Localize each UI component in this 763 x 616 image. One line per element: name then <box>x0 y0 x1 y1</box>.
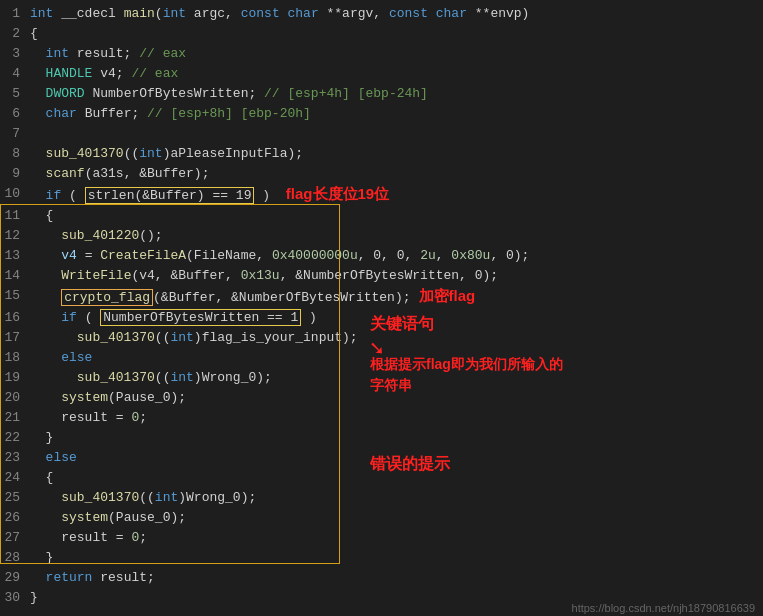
line-content: { <box>30 24 763 44</box>
code-view: 1int __cdecl main(int argc, const char *… <box>0 0 763 616</box>
code-line: 26 system(Pause_0); <box>0 508 763 528</box>
annotation-key-sentence: 关键语句 <box>370 314 434 335</box>
line-content: result = 0; <box>30 528 763 548</box>
code-line: 7 <box>0 124 763 144</box>
code-line: 2{ <box>0 24 763 44</box>
code-line: 3 int result; // eax <box>0 44 763 64</box>
line-content: crypto_flag(&Buffer, &NumberOfBytesWritt… <box>30 286 763 308</box>
line-number: 30 <box>0 588 30 608</box>
code-line: 14 WriteFile(v4, &Buffer, 0x13u, &Number… <box>0 266 763 286</box>
line-content: { <box>30 206 763 226</box>
line-number: 19 <box>0 368 30 388</box>
line-content: char Buffer; // [esp+8h] [ebp-20h] <box>30 104 763 124</box>
line-number: 26 <box>0 508 30 528</box>
line-number: 10 <box>0 184 30 204</box>
code-line: 15 crypto_flag(&Buffer, &NumberOfBytesWr… <box>0 286 763 308</box>
line-content: result = 0; <box>30 408 763 428</box>
line-content: return result; <box>30 568 763 588</box>
line-content: system(Pause_0); <box>30 508 763 528</box>
code-line: 10 if ( strlen(&Buffer) == 19 ) flag长度位1… <box>0 184 763 206</box>
line-number: 6 <box>0 104 30 124</box>
line-number: 5 <box>0 84 30 104</box>
line-number: 17 <box>0 328 30 348</box>
line-content: int __cdecl main(int argc, const char **… <box>30 4 763 24</box>
line-content: HANDLE v4; // eax <box>30 64 763 84</box>
code-line: 4 HANDLE v4; // eax <box>0 64 763 84</box>
line-number: 1 <box>0 4 30 24</box>
line-content: sub_401370((int)aPleaseInputFla); <box>30 144 763 164</box>
line-content: if ( strlen(&Buffer) == 19 ) flag长度位19位 <box>30 184 763 206</box>
code-line: 25 sub_401370((int)Wrong_0); <box>0 488 763 508</box>
line-number: 2 <box>0 24 30 44</box>
code-line: 11 { <box>0 206 763 226</box>
watermark: https://blog.csdn.net/njh18790816639 <box>572 602 755 614</box>
code-line: 6 char Buffer; // [esp+8h] [ebp-20h] <box>0 104 763 124</box>
code-line: 8 sub_401370((int)aPleaseInputFla); <box>0 144 763 164</box>
line-number: 9 <box>0 164 30 184</box>
code-line: 22 } <box>0 428 763 448</box>
line-number: 23 <box>0 448 30 468</box>
line-number: 15 <box>0 286 30 306</box>
line-number: 27 <box>0 528 30 548</box>
line-content: sub_401370((int)Wrong_0); <box>30 488 763 508</box>
code-line: 5 DWORD NumberOfBytesWritten; // [esp+4h… <box>0 84 763 104</box>
line-number: 28 <box>0 548 30 568</box>
line-content: } <box>30 428 763 448</box>
code-line: 1int __cdecl main(int argc, const char *… <box>0 4 763 24</box>
line-content: int result; // eax <box>30 44 763 64</box>
line-number: 11 <box>0 206 30 226</box>
line-number: 25 <box>0 488 30 508</box>
line-number: 4 <box>0 64 30 84</box>
line-number: 14 <box>0 266 30 286</box>
line-content: } <box>30 548 763 568</box>
line-content: scanf(a31s, &Buffer); <box>30 164 763 184</box>
code-line: 29 return result; <box>0 568 763 588</box>
line-number: 12 <box>0 226 30 246</box>
annotation-wrong-hint: 错误的提示 <box>370 454 450 475</box>
code-line: 9 scanf(a31s, &Buffer); <box>0 164 763 184</box>
line-number: 8 <box>0 144 30 164</box>
code-line: 13 v4 = CreateFileA(FileName, 0x40000000… <box>0 246 763 266</box>
code-line: 28 } <box>0 548 763 568</box>
line-content: sub_401220(); <box>30 226 763 246</box>
code-line: 21 result = 0; <box>0 408 763 428</box>
code-lines: 1int __cdecl main(int argc, const char *… <box>0 4 763 608</box>
line-number: 3 <box>0 44 30 64</box>
line-number: 16 <box>0 308 30 328</box>
line-content: DWORD NumberOfBytesWritten; // [esp+4h] … <box>30 84 763 104</box>
line-number: 7 <box>0 124 30 144</box>
line-number: 24 <box>0 468 30 488</box>
line-content: WriteFile(v4, &Buffer, 0x13u, &NumberOfB… <box>30 266 763 286</box>
line-number: 29 <box>0 568 30 588</box>
code-line: 12 sub_401220(); <box>0 226 763 246</box>
line-content: v4 = CreateFileA(FileName, 0x40000000u, … <box>30 246 763 266</box>
line-number: 22 <box>0 428 30 448</box>
line-number: 21 <box>0 408 30 428</box>
annotation-flag-meaning: 根据提示flag即为我们所输入的字符串 <box>370 354 563 396</box>
line-number: 13 <box>0 246 30 266</box>
line-number: 20 <box>0 388 30 408</box>
line-number: 18 <box>0 348 30 368</box>
code-line: 27 result = 0; <box>0 528 763 548</box>
